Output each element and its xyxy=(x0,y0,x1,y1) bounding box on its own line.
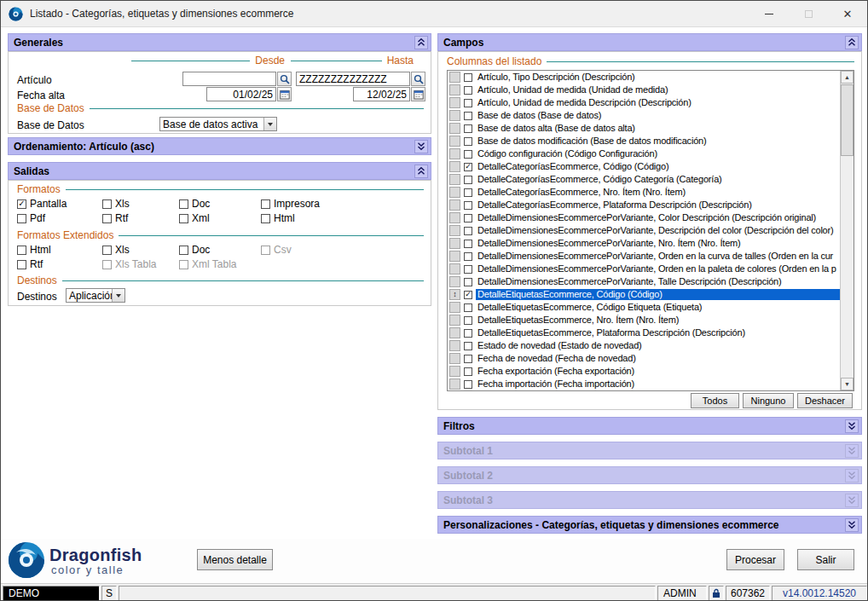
item-checkbox[interactable] xyxy=(464,73,472,82)
list-item[interactable]: DetalleCategoríasEcommerce, Nro. Ítem (N… xyxy=(448,186,840,199)
format-option-pantalla[interactable]: Pantalla xyxy=(17,198,102,210)
scrollbar-thumb[interactable] xyxy=(841,84,854,156)
list-item[interactable]: Estado de novedad (Estado de novedad) xyxy=(448,339,840,352)
format-option-xml[interactable]: Xml xyxy=(179,212,261,224)
row-handle[interactable] xyxy=(449,84,460,95)
list-item[interactable]: DetalleCategoríasEcommerce, Plataforma D… xyxy=(448,199,840,211)
list-item[interactable]: Artículo, Unidad de medida Descripción (… xyxy=(448,96,840,109)
section-header-campos[interactable]: Campos xyxy=(437,33,862,51)
item-checkbox[interactable] xyxy=(464,316,472,325)
format-option-html[interactable]: Html xyxy=(17,244,102,256)
row-handle[interactable] xyxy=(449,366,460,377)
base-datos-select[interactable]: Base de datos activa xyxy=(159,117,277,131)
vertical-scrollbar[interactable]: ▲ ▼ xyxy=(840,71,854,390)
row-move-handle-icon[interactable]: ↕ xyxy=(449,289,460,300)
row-handle[interactable] xyxy=(449,174,460,185)
row-handle[interactable] xyxy=(449,379,460,390)
format-option-rtf[interactable]: Rtf xyxy=(17,258,102,270)
row-handle[interactable] xyxy=(449,327,460,338)
row-handle[interactable] xyxy=(449,353,460,364)
item-checkbox[interactable] xyxy=(464,252,472,261)
articulo-hasta-input[interactable] xyxy=(296,72,410,86)
list-item[interactable]: Artículo, Tipo Descripción (Descripción) xyxy=(448,71,840,84)
format-option-impresora[interactable]: Impresora xyxy=(261,198,320,210)
checkbox[interactable] xyxy=(261,214,270,223)
row-handle[interactable] xyxy=(449,123,460,134)
list-item[interactable]: ↕DetalleEtiquetasEcommerce, Código (Códi… xyxy=(448,288,840,301)
checkbox[interactable] xyxy=(17,214,26,223)
item-checkbox[interactable] xyxy=(464,278,472,286)
section-header-generales[interactable]: Generales xyxy=(8,33,431,51)
format-option-doc[interactable]: Doc xyxy=(179,198,261,210)
expand-icon[interactable] xyxy=(845,419,859,433)
expand-icon[interactable] xyxy=(414,140,428,153)
list-item[interactable]: DetalleCategoríasEcommerce, Código Categ… xyxy=(448,173,840,186)
list-item[interactable]: DetalleDimensionesEcommercePorVariante, … xyxy=(448,275,840,288)
list-item[interactable]: Código configuración (Código Configuraci… xyxy=(448,147,840,160)
item-checkbox[interactable] xyxy=(464,291,472,299)
todos-button[interactable]: Todos xyxy=(691,393,739,408)
articulo-desde-input[interactable] xyxy=(182,72,276,86)
row-handle[interactable] xyxy=(449,276,460,287)
item-checkbox[interactable] xyxy=(464,124,472,133)
row-handle[interactable] xyxy=(449,72,460,83)
row-handle[interactable] xyxy=(449,187,460,198)
row-handle[interactable] xyxy=(449,340,460,351)
format-option-xls[interactable]: Xls xyxy=(102,244,179,256)
row-handle[interactable] xyxy=(449,148,460,159)
item-checkbox[interactable] xyxy=(464,355,472,363)
item-checkbox[interactable] xyxy=(464,227,472,235)
list-item[interactable]: DetalleDimensionesEcommercePorVariante, … xyxy=(448,263,840,275)
row-handle[interactable] xyxy=(449,263,460,274)
item-checkbox[interactable] xyxy=(464,150,472,159)
row-handle[interactable] xyxy=(449,97,460,108)
row-handle[interactable] xyxy=(449,238,460,249)
collapse-icon[interactable] xyxy=(414,165,428,178)
dropdown-arrow-icon[interactable] xyxy=(263,118,276,130)
collapse-icon[interactable] xyxy=(414,36,428,49)
destinos-select[interactable]: Aplicación xyxy=(66,288,125,303)
list-item[interactable]: DetalleDimensionesEcommercePorVariante, … xyxy=(448,237,840,250)
row-handle[interactable] xyxy=(449,199,460,211)
collapse-icon[interactable] xyxy=(845,36,859,49)
row-handle[interactable] xyxy=(449,315,460,326)
row-handle[interactable] xyxy=(449,302,460,313)
section-header-filtros[interactable]: Filtros xyxy=(437,417,862,435)
checkbox[interactable] xyxy=(17,260,26,269)
articulo-hasta-search-button[interactable] xyxy=(411,72,425,86)
list-item[interactable]: Fecha exportación (Fecha exportación) xyxy=(448,365,840,378)
item-checkbox[interactable] xyxy=(464,342,472,350)
row-handle[interactable] xyxy=(449,251,460,262)
format-option-doc[interactable]: Doc xyxy=(179,244,261,256)
checkbox[interactable] xyxy=(17,246,26,255)
item-checkbox[interactable] xyxy=(464,303,472,312)
list-item[interactable]: Base de datos (Base de datos) xyxy=(448,109,840,122)
fecha-hasta-input[interactable] xyxy=(353,87,410,101)
item-checkbox[interactable] xyxy=(464,380,472,389)
checkbox[interactable] xyxy=(179,199,188,209)
close-button[interactable]: ✕ xyxy=(828,1,867,26)
row-handle[interactable] xyxy=(449,136,460,147)
checkbox[interactable] xyxy=(261,199,270,209)
list-item[interactable]: DetalleEtiquetasEcommerce, Nro. Ítem (Nr… xyxy=(448,314,840,327)
list-item[interactable]: DetalleDimensionesEcommercePorVariante, … xyxy=(448,211,840,224)
item-checkbox[interactable] xyxy=(464,176,472,184)
list-item[interactable]: Base de datos modificación (Base de dato… xyxy=(448,135,840,147)
item-checkbox[interactable] xyxy=(464,112,472,120)
item-checkbox[interactable] xyxy=(464,99,472,107)
scroll-up-button[interactable]: ▲ xyxy=(841,71,854,84)
item-checkbox[interactable] xyxy=(464,137,472,146)
format-option-rtf[interactable]: Rtf xyxy=(102,212,179,224)
procesar-button[interactable]: Procesar xyxy=(726,549,784,570)
ninguno-button[interactable]: Ninguno xyxy=(743,393,794,408)
list-item[interactable]: DetalleDimensionesEcommercePorVariante, … xyxy=(448,224,840,237)
scroll-down-button[interactable]: ▼ xyxy=(841,378,854,390)
item-checkbox[interactable] xyxy=(464,367,472,376)
checkbox[interactable] xyxy=(102,246,112,255)
articulo-desde-search-button[interactable] xyxy=(277,72,292,86)
item-checkbox[interactable] xyxy=(464,163,472,171)
format-option-html[interactable]: Html xyxy=(261,212,295,224)
row-handle[interactable] xyxy=(449,212,460,223)
list-item[interactable]: DetalleEtiquetasEcommerce, Plataforma De… xyxy=(448,327,840,339)
section-header-personalizaciones[interactable]: Personalizaciones - Categorías, etiqueta… xyxy=(437,516,862,534)
